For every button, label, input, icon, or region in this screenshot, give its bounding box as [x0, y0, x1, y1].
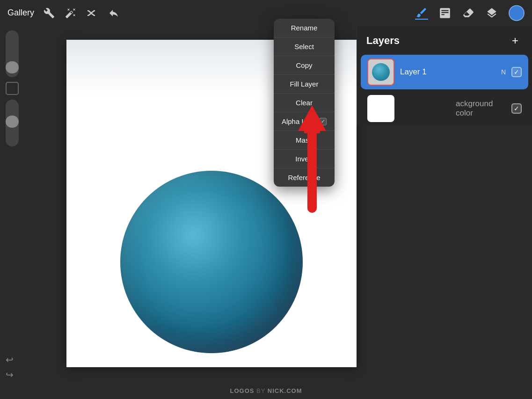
- menu-item-mask[interactable]: Mask: [274, 131, 335, 150]
- context-menu: Rename Select Copy Fill Layer Clear Alph…: [274, 19, 335, 187]
- magic-wand-icon[interactable]: [64, 7, 77, 20]
- opacity-thumb: [6, 116, 19, 128]
- square-button-1[interactable]: [6, 82, 19, 95]
- scurve-icon[interactable]: [86, 7, 99, 20]
- menu-item-clear[interactable]: Clear: [274, 94, 335, 112]
- layer-item-background[interactable]: ackground color: [361, 91, 528, 126]
- brush-size-thumb: [6, 61, 19, 73]
- menu-item-invert[interactable]: Invert: [274, 150, 335, 168]
- layer-1-mode: N: [501, 68, 506, 76]
- brush-tool-icon[interactable]: [415, 7, 428, 20]
- eraser-tool-icon[interactable]: [462, 7, 475, 20]
- menu-item-select[interactable]: Select: [274, 37, 335, 56]
- layer-1-thumbnail: [367, 58, 394, 86]
- menu-item-rename[interactable]: Rename: [274, 19, 335, 37]
- toolbar-right: [415, 5, 525, 21]
- watermark-middle: BY: [256, 387, 265, 394]
- blue-circle: [120, 171, 303, 353]
- layer-1-visibility[interactable]: [511, 67, 522, 77]
- layers-header: Layers +: [357, 26, 532, 55]
- layers-tool-icon[interactable]: [485, 7, 498, 20]
- menu-item-fill-layer[interactable]: Fill Layer: [274, 75, 335, 94]
- gallery-button[interactable]: Gallery: [7, 8, 34, 18]
- watermark-prefix: LOGOS: [230, 387, 254, 394]
- left-sidebar: ↩ ↪: [0, 26, 24, 399]
- background-thumbnail: [367, 95, 394, 122]
- alpha-lock-checkbox: ✓: [319, 118, 327, 125]
- transform-icon[interactable]: [107, 7, 120, 20]
- add-layer-button[interactable]: +: [508, 33, 523, 48]
- watermark-suffix: NICK.COM: [268, 387, 302, 394]
- layer-1-mini-preview: [372, 63, 390, 81]
- background-layer-label: ackground color: [456, 99, 506, 118]
- brush-size-slider[interactable]: [6, 30, 19, 77]
- color-picker-icon[interactable]: [509, 5, 525, 21]
- redo-button[interactable]: ↪: [6, 369, 14, 380]
- undo-redo-group: ↩ ↪: [6, 354, 14, 380]
- layer-item-1[interactable]: Layer 1 N: [361, 55, 528, 89]
- smudge-tool-icon[interactable]: [438, 7, 452, 20]
- opacity-slider[interactable]: [6, 100, 19, 146]
- background-layer-visibility[interactable]: [511, 103, 522, 114]
- top-toolbar: Gallery: [0, 0, 532, 26]
- toolbar-left: Gallery: [7, 7, 120, 20]
- wrench-icon[interactable]: [43, 7, 56, 20]
- menu-item-alpha-lock[interactable]: Alpha Lock ✓: [274, 112, 335, 131]
- undo-button[interactable]: ↩: [6, 354, 14, 365]
- layers-title: Layers: [366, 35, 400, 47]
- layer-1-name: Layer 1: [400, 67, 496, 77]
- layers-panel: Layers + Layer 1 N ackground color: [357, 26, 532, 126]
- menu-item-reference[interactable]: Reference: [274, 168, 335, 187]
- watermark: LOGOS BY NICK.COM: [230, 387, 302, 394]
- menu-item-copy[interactable]: Copy: [274, 56, 335, 75]
